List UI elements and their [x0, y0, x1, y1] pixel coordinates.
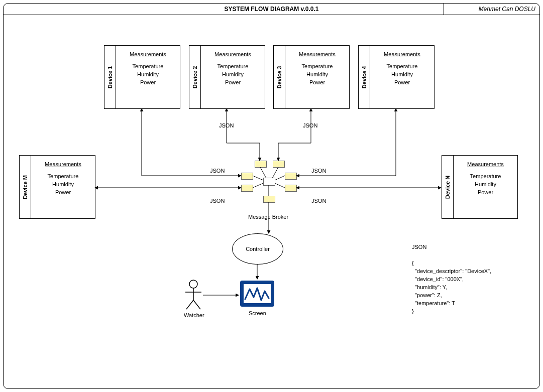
device-1-m1: Humidity [116, 70, 180, 78]
diagram-title: SYSTEM FLOW DIAGRAM v.0.0.1 [4, 4, 539, 15]
device-4-m1: Humidity [370, 70, 434, 78]
title-bar: SYSTEM FLOW DIAGRAM v.0.0.1 Mehmet Can D… [4, 4, 539, 15]
device-m-side: Device M [20, 156, 31, 218]
broker-port-left-top [241, 173, 253, 180]
watcher-icon [183, 279, 203, 310]
json-example-title: JSON [412, 244, 426, 250]
json-label-dm: JSON [210, 198, 225, 204]
broker-port-bottom [263, 196, 275, 203]
device-1-heading: Measurements [130, 51, 166, 57]
json-label-d4: JSON [311, 168, 326, 174]
device-n-m2: Power [454, 188, 517, 196]
device-m-m2: Power [31, 188, 95, 196]
device-1-m2: Power [116, 78, 180, 86]
device-4-heading: Measurements [384, 51, 420, 57]
device-4-label: Device 4 [361, 66, 367, 88]
device-m: Device M Measurements Temperature Humidi… [19, 155, 95, 219]
json-example-body: { "device_descriptor": "DeviceX", "devic… [412, 259, 491, 315]
json-label-d1: JSON [210, 168, 225, 174]
message-broker-label: Message Broker [248, 214, 288, 220]
device-3: Device 3 Measurements Temperature Humidi… [273, 45, 350, 109]
device-4-body: Measurements Temperature Humidity Power [370, 46, 434, 108]
device-3-side: Device 3 [274, 46, 285, 108]
diagram-author: Mehmet Can DOSLU [479, 4, 535, 15]
device-m-m1: Humidity [31, 180, 95, 188]
device-1: Device 1 Measurements Temperature Humidi… [104, 45, 180, 109]
broker-center [263, 178, 275, 186]
json-label-d2: JSON [219, 122, 234, 128]
device-2-body: Measurements Temperature Humidity Power [201, 46, 265, 108]
device-3-m0: Temperature [285, 62, 349, 70]
device-n: Device N Measurements Temperature Humidi… [442, 155, 518, 219]
device-m-label: Device M [22, 175, 28, 199]
device-1-side: Device 1 [104, 46, 116, 108]
controller: Controller [232, 233, 283, 265]
watcher-label: Watcher [184, 312, 204, 318]
device-4: Device 4 Measurements Temperature Humidi… [358, 45, 435, 109]
title-divider [444, 4, 444, 15]
broker-port-top-left [255, 161, 267, 168]
device-n-label: Device N [445, 175, 451, 198]
svg-point-9 [189, 280, 197, 288]
svg-line-12 [186, 300, 193, 309]
broker-port-left-bot [241, 185, 253, 192]
device-2-m2: Power [201, 78, 265, 86]
screen-icon [240, 280, 275, 307]
device-3-m2: Power [285, 78, 349, 86]
device-1-m0: Temperature [116, 62, 180, 70]
device-1-label: Device 1 [107, 66, 113, 88]
device-n-m0: Temperature [454, 172, 517, 180]
device-n-side: Device N [442, 156, 454, 218]
broker-port-right-top [285, 173, 297, 180]
device-4-m2: Power [370, 78, 434, 86]
diagram-page: SYSTEM FLOW DIAGRAM v.0.0.1 Mehmet Can D… [0, 0, 543, 392]
device-n-m1: Humidity [454, 180, 517, 188]
device-2: Device 2 Measurements Temperature Humidi… [189, 45, 265, 109]
json-label-dn: JSON [311, 198, 326, 204]
device-2-heading: Measurements [214, 51, 251, 57]
device-4-m0: Temperature [370, 62, 434, 70]
device-2-m0: Temperature [201, 62, 265, 70]
device-3-m1: Humidity [285, 70, 349, 78]
device-3-body: Measurements Temperature Humidity Power [285, 46, 349, 108]
svg-line-13 [193, 300, 200, 309]
device-1-body: Measurements Temperature Humidity Power [116, 46, 180, 108]
device-2-m1: Humidity [201, 70, 265, 78]
broker-port-right-bot [285, 185, 297, 192]
device-n-body: Measurements Temperature Humidity Power [454, 156, 517, 218]
json-label-d3: JSON [303, 122, 317, 128]
screen-label: Screen [249, 310, 266, 316]
controller-label: Controller [246, 246, 270, 252]
device-3-heading: Measurements [299, 51, 336, 57]
device-4-side: Device 4 [359, 46, 370, 108]
device-n-heading: Measurements [467, 161, 504, 167]
device-m-heading: Measurements [45, 161, 81, 167]
device-3-label: Device 3 [276, 66, 282, 88]
device-2-side: Device 2 [189, 46, 201, 108]
device-m-m0: Temperature [31, 172, 95, 180]
broker-port-top-right [273, 161, 285, 168]
device-2-label: Device 2 [192, 66, 198, 88]
device-m-body: Measurements Temperature Humidity Power [31, 156, 95, 218]
